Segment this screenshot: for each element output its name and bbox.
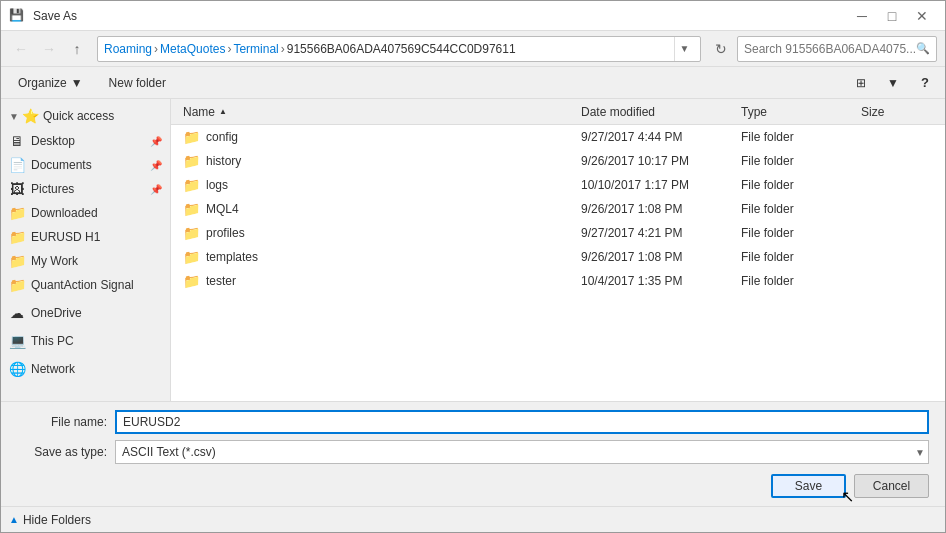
- save-button-container: Save ↖: [771, 474, 846, 498]
- breadcrumb-roaming[interactable]: Roaming: [104, 42, 152, 56]
- sidebar-item-downloaded[interactable]: 📁 Downloaded: [1, 201, 170, 225]
- title-bar-left: 💾 Save As: [9, 8, 77, 24]
- refresh-button[interactable]: ↻: [709, 37, 733, 61]
- thispc-icon: 💻: [9, 333, 25, 349]
- onedrive-icon: ☁: [9, 305, 25, 321]
- savetype-wrapper: ASCII Text (*.csv) ▼: [115, 440, 929, 464]
- organize-arrow: ▼: [71, 76, 83, 90]
- organize-button[interactable]: Organize ▼: [9, 71, 92, 95]
- cancel-button[interactable]: Cancel: [854, 474, 929, 498]
- filename-label: File name:: [17, 415, 107, 429]
- up-button[interactable]: ↑: [65, 37, 89, 61]
- folder-icon: 📁: [183, 153, 200, 169]
- size-column-header[interactable]: Size: [857, 105, 937, 119]
- savetype-label: Save as type:: [17, 445, 107, 459]
- table-row[interactable]: 📁 templates 9/26/2017 1:08 PM File folde…: [171, 245, 945, 269]
- downloaded-icon: 📁: [9, 205, 25, 221]
- hide-folders-label: Hide Folders: [23, 513, 91, 527]
- back-button[interactable]: ←: [9, 37, 33, 61]
- quick-access-section: ▼ ⭐ Quick access 🖥 Desktop 📌 📄 Documents…: [1, 103, 170, 297]
- desktop-icon: 🖥: [9, 133, 25, 149]
- sidebar-item-mywork[interactable]: 📁 My Work: [1, 249, 170, 273]
- name-column-header[interactable]: Name ▲: [179, 105, 577, 119]
- view-button[interactable]: ⊞: [849, 71, 873, 95]
- folder-icon: 📁: [183, 177, 200, 193]
- title-bar: 💾 Save As ─ □ ✕: [1, 1, 945, 31]
- filename-row: File name:: [17, 410, 929, 434]
- window-icon: 💾: [9, 8, 25, 24]
- new-folder-label: New folder: [109, 76, 166, 90]
- secondary-toolbar: Organize ▼ New folder ⊞ ▼ ?: [1, 67, 945, 99]
- save-as-dialog: 💾 Save As ─ □ ✕ ← → ↑ Roaming › MetaQuot…: [0, 0, 946, 533]
- hide-arrow-icon: ▲: [9, 514, 19, 525]
- date-column-header[interactable]: Date modified: [577, 105, 737, 119]
- folder-icon: 📁: [183, 201, 200, 217]
- thispc-section: 💻 This PC: [1, 329, 170, 353]
- folder-icon: 📁: [183, 273, 200, 289]
- network-section: 🌐 Network: [1, 357, 170, 381]
- new-folder-button[interactable]: New folder: [100, 71, 175, 95]
- breadcrumb-metaquotes[interactable]: MetaQuotes: [160, 42, 225, 56]
- file-table: Name ▲ Date modified Type Size: [171, 99, 945, 401]
- title-controls: ─ □ ✕: [847, 1, 937, 31]
- filename-input[interactable]: [115, 410, 929, 434]
- sidebar-item-network[interactable]: 🌐 Network: [1, 357, 170, 381]
- navigation-toolbar: ← → ↑ Roaming › MetaQuotes › Terminal › …: [1, 31, 945, 67]
- sidebar-item-documents[interactable]: 📄 Documents 📌: [1, 153, 170, 177]
- close-button[interactable]: ✕: [907, 1, 937, 31]
- view-dropdown-button[interactable]: ▼: [881, 71, 905, 95]
- breadcrumb-terminal[interactable]: Terminal: [233, 42, 278, 56]
- button-row: Save ↖ Cancel: [17, 470, 929, 498]
- sidebar: ▼ ⭐ Quick access 🖥 Desktop 📌 📄 Documents…: [1, 99, 171, 401]
- sidebar-item-onedrive[interactable]: ☁ OneDrive: [1, 301, 170, 325]
- type-column-header[interactable]: Type: [737, 105, 857, 119]
- mywork-icon: 📁: [9, 253, 25, 269]
- eurusd-icon: 📁: [9, 229, 25, 245]
- table-row[interactable]: 📁 config 9/27/2017 4:44 PM File folder: [171, 125, 945, 149]
- organize-label: Organize: [18, 76, 67, 90]
- pin-icon-2: 📌: [150, 160, 162, 171]
- onedrive-section: ☁ OneDrive: [1, 301, 170, 325]
- sidebar-item-desktop[interactable]: 🖥 Desktop 📌: [1, 129, 170, 153]
- save-button[interactable]: Save: [771, 474, 846, 498]
- breadcrumb-bar: Roaming › MetaQuotes › Terminal › 915566…: [97, 36, 701, 62]
- search-box: 🔍: [737, 36, 937, 62]
- breadcrumb-current: 915566BA06ADA407569C544CC0D97611: [287, 42, 516, 56]
- table-row[interactable]: 📁 MQL4 9/26/2017 1:08 PM File folder: [171, 197, 945, 221]
- main-content: Name ▲ Date modified Type Size: [171, 99, 945, 401]
- search-input[interactable]: [744, 42, 916, 56]
- hide-folders-bar[interactable]: ▲ Hide Folders: [1, 506, 945, 532]
- quick-access-icon: ⭐: [23, 108, 39, 124]
- sidebar-item-eurusd[interactable]: 📁 EURUSD H1: [1, 225, 170, 249]
- network-icon: 🌐: [9, 361, 25, 377]
- savetype-select[interactable]: ASCII Text (*.csv): [115, 440, 929, 464]
- sidebar-item-pictures[interactable]: 🖼 Pictures 📌: [1, 177, 170, 201]
- help-button[interactable]: ?: [913, 71, 937, 95]
- pin-icon: 📌: [150, 136, 162, 147]
- table-row[interactable]: 📁 tester 10/4/2017 1:35 PM File folder: [171, 269, 945, 293]
- sidebar-item-thispc[interactable]: 💻 This PC: [1, 329, 170, 353]
- collapse-icon: ▼: [9, 111, 19, 122]
- search-icon: 🔍: [916, 42, 930, 55]
- quick-access-label: Quick access: [43, 109, 162, 123]
- pictures-icon: 🖼: [9, 181, 25, 197]
- table-row[interactable]: 📁 history 9/26/2017 10:17 PM File folder: [171, 149, 945, 173]
- table-header: Name ▲ Date modified Type Size: [171, 99, 945, 125]
- quantaction-icon: 📁: [9, 277, 25, 293]
- window-title: Save As: [33, 9, 77, 23]
- bottom-bar: File name: Save as type: ASCII Text (*.c…: [1, 401, 945, 506]
- sidebar-item-quantaction[interactable]: 📁 QuantAction Signal: [1, 273, 170, 297]
- sort-arrow: ▲: [219, 107, 227, 116]
- content-area: ▼ ⭐ Quick access 🖥 Desktop 📌 📄 Documents…: [1, 99, 945, 401]
- maximize-button[interactable]: □: [877, 1, 907, 31]
- minimize-button[interactable]: ─: [847, 1, 877, 31]
- pin-icon-3: 📌: [150, 184, 162, 195]
- quick-access-header[interactable]: ▼ ⭐ Quick access: [1, 103, 170, 129]
- folder-icon: 📁: [183, 249, 200, 265]
- documents-icon: 📄: [9, 157, 25, 173]
- table-row[interactable]: 📁 profiles 9/27/2017 4:21 PM File folder: [171, 221, 945, 245]
- table-row[interactable]: 📁 logs 10/10/2017 1:17 PM File folder: [171, 173, 945, 197]
- forward-button[interactable]: →: [37, 37, 61, 61]
- savetype-row: Save as type: ASCII Text (*.csv) ▼: [17, 440, 929, 464]
- breadcrumb-dropdown-button[interactable]: ▼: [674, 36, 694, 62]
